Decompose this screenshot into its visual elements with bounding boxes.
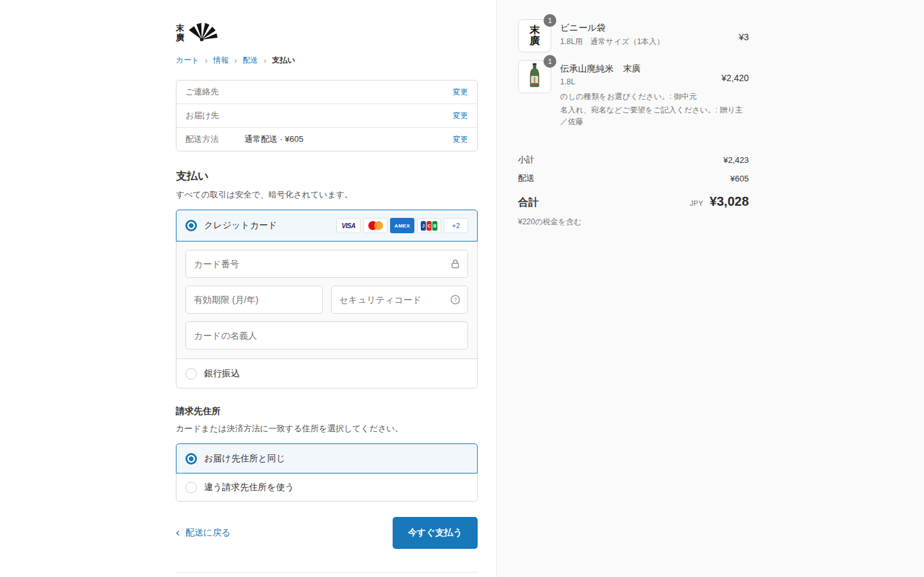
same-address-option[interactable]: お届け先住所と同じ — [176, 443, 478, 473]
same-address-label: お届け先住所と同じ — [204, 453, 468, 465]
security-code-input[interactable] — [331, 286, 469, 314]
billing-address-box: お届け先住所と同じ 違う請求先住所を使う — [176, 443, 478, 502]
item-title: ビニール袋 — [560, 22, 749, 34]
contact-label: ご連絡先 — [185, 86, 244, 98]
security-code-wrap: ? — [331, 286, 469, 314]
back-to-shipping-link[interactable]: ‹ 配送に戻る — [176, 527, 231, 539]
payment-methods-box: クレジットカード VISA AMEX J C B +2 — [176, 210, 478, 389]
item-property-name: 名入れ、宛名などご要望をご記入ください。: 贈り主／佐藤 — [560, 104, 749, 127]
svg-text:?: ? — [453, 296, 457, 303]
different-address-label: 違う請求先住所を使う — [204, 482, 468, 493]
checkout-footer: All rights reserved 末廣酒造オンラインストア — [176, 572, 478, 577]
breadcrumb-payment-current: 支払い — [272, 55, 295, 66]
sake-bottle-image — [521, 61, 549, 92]
card-number-input[interactable] — [185, 250, 468, 278]
shipping-row: 配送 ¥605 — [518, 173, 749, 184]
store-logo: 末 廣 — [176, 21, 478, 45]
ship-to-label: お届け先 — [185, 110, 244, 121]
shipping-method-row: 配送方法 通常配送 · ¥605 変更 — [176, 127, 477, 151]
checkout-main: 末 廣 カート › 情報 › 配送 › 支払い ご連絡先 — [176, 0, 478, 577]
subtotal-label: 小計 — [518, 154, 535, 165]
card-name-input[interactable] — [185, 321, 468, 350]
chevron-right-icon: › — [235, 56, 237, 65]
item-price: ¥3 — [739, 32, 749, 42]
expiry-input[interactable] — [185, 286, 323, 314]
breadcrumb-information[interactable]: 情報 — [214, 55, 229, 66]
thumb-kanji-bottom: 廣 — [529, 36, 540, 47]
logo-kanji-top: 末 — [176, 24, 184, 33]
radio-selected-icon[interactable] — [185, 453, 197, 465]
shipping-label: 配送 — [518, 173, 535, 184]
logo-kanji: 末 廣 — [176, 24, 184, 42]
change-shipping-method-link[interactable]: 変更 — [453, 134, 468, 145]
jcb-icon: J C B — [417, 218, 441, 233]
credit-card-option[interactable]: クレジットカード VISA AMEX J C B +2 — [176, 210, 478, 242]
cart-item-sake: 1 伝承山廃純米 末廣 1.8L のしの種類をお選びください。: 御中元 名入れ… — [518, 60, 749, 127]
back-link-label: 配送に戻る — [185, 527, 231, 539]
card-name-wrap — [185, 321, 468, 350]
billing-section-subtitle: カードまたは決済方法に一致する住所を選択してください。 — [176, 423, 478, 435]
total-value-group: JPY ¥3,028 — [690, 194, 749, 209]
breadcrumb: カート › 情報 › 配送 › 支払い — [176, 55, 478, 66]
payment-section-title: 支払い — [176, 169, 478, 183]
card-number-wrap — [185, 250, 468, 278]
checkout-actions: ‹ 配送に戻る 今すぐ支払う — [176, 517, 478, 549]
product-logo-image: 末 廣 — [529, 25, 540, 47]
mastercard-icon — [363, 218, 388, 233]
quantity-badge: 1 — [544, 55, 556, 68]
logo-kanji-bottom: 廣 — [176, 33, 184, 43]
different-address-option[interactable]: 違う請求先住所を使う — [176, 473, 478, 502]
amex-icon: AMEX — [390, 218, 414, 233]
radio-selected-icon[interactable] — [185, 220, 197, 231]
jcb-stripe: C — [427, 221, 432, 231]
total-amount: ¥3,028 — [710, 194, 749, 209]
breadcrumb-shipping[interactable]: 配送 — [243, 55, 258, 66]
chevron-left-icon: ‹ — [176, 527, 180, 538]
order-summary: 末 廣 1 ビニール袋 1.8L用 通常サイズ（1本入） ¥3 — [518, 0, 749, 227]
jcb-stripe: J — [421, 221, 426, 231]
change-contact-link[interactable]: 変更 — [453, 87, 468, 98]
totals-section: 小計 ¥2,423 配送 ¥605 合計 JPY ¥3,028 ¥220の税金を… — [518, 154, 749, 227]
lock-icon — [450, 259, 460, 269]
more-brands-badge: +2 — [444, 218, 468, 233]
radio-unselected-icon[interactable] — [185, 482, 197, 493]
billing-section-title: 請求先住所 — [176, 406, 478, 417]
bank-transfer-option[interactable]: 銀行振込 — [176, 359, 478, 389]
ship-to-row: お届け先 変更 — [176, 104, 477, 127]
breadcrumb-cart[interactable]: カート — [176, 55, 200, 66]
item-info: 伝承山廃純米 末廣 1.8L のしの種類をお選びください。: 御中元 名入れ、宛… — [560, 60, 749, 127]
card-brand-icons: VISA AMEX J C B +2 — [336, 218, 468, 233]
currency-code: JPY — [690, 199, 703, 207]
visa-icon: VISA — [336, 218, 361, 233]
cart-item-plastic-bag: 末 廣 1 ビニール袋 1.8L用 通常サイズ（1本入） ¥3 — [518, 19, 749, 52]
change-ship-to-link[interactable]: 変更 — [453, 111, 468, 121]
item-info: ビニール袋 1.8L用 通常サイズ（1本入） — [560, 19, 749, 47]
chevron-right-icon: › — [205, 56, 208, 65]
shipping-value: ¥605 — [730, 174, 749, 183]
pay-now-button[interactable]: 今すぐ支払う — [393, 517, 478, 549]
contact-row: ご連絡先 変更 — [176, 81, 477, 104]
tax-note: ¥220の税金を含む — [518, 217, 749, 227]
quantity-badge: 1 — [544, 14, 556, 27]
expiry-wrap — [185, 286, 323, 314]
shipping-method-label: 配送方法 — [185, 134, 244, 145]
item-variant: 1.8L — [560, 77, 749, 86]
subtotal-row: 小計 ¥2,423 — [518, 154, 749, 165]
product-thumbnail: 1 — [518, 60, 551, 93]
total-label: 合計 — [518, 196, 538, 210]
total-row: 合計 JPY ¥3,028 — [518, 194, 749, 210]
chevron-right-icon: › — [264, 56, 267, 65]
credit-card-fields: ? — [176, 242, 478, 359]
payment-section-subtitle: すべての取引は安全で、暗号化されています。 — [176, 189, 478, 201]
item-property-noshi: のしの種類をお選びください。: 御中元 — [560, 91, 749, 102]
help-icon[interactable]: ? — [450, 295, 460, 305]
checkout-summary-box: ご連絡先 変更 お届け先 変更 配送方法 通常配送 · ¥605 変更 — [176, 80, 478, 151]
jcb-stripe: B — [432, 221, 437, 231]
subtotal-value: ¥2,423 — [723, 155, 749, 165]
product-thumbnail: 末 廣 1 — [518, 19, 551, 52]
shipping-method-value: 通常配送 · ¥605 — [244, 134, 453, 145]
item-variant: 1.8L用 通常サイズ（1本入） — [560, 36, 749, 47]
item-price: ¥2,420 — [721, 73, 749, 83]
bank-transfer-label: 銀行振込 — [204, 368, 468, 380]
radio-unselected-icon[interactable] — [185, 368, 197, 380]
